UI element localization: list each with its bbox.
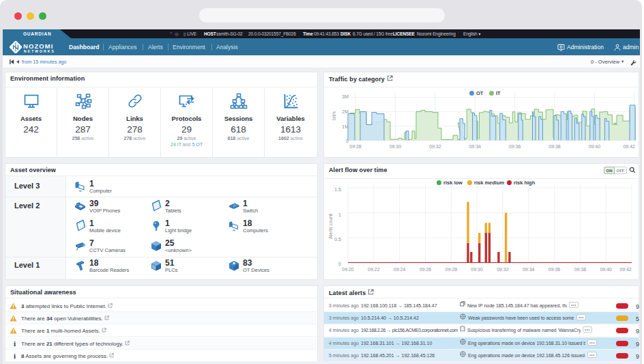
svg-text:09:38: 09:38 [574, 267, 587, 272]
svg-text:09:40: 09:40 [600, 267, 612, 272]
svg-text:09:22: 09:22 [368, 267, 380, 272]
svg-text:09:32: 09:32 [429, 144, 441, 149]
svg-text:09:42: 09:42 [619, 267, 632, 272]
svg-text:09:24: 09:24 [394, 267, 406, 272]
svg-text:09:30: 09:30 [390, 144, 402, 149]
svg-text:09:30: 09:30 [471, 267, 483, 272]
svg-text:09:38: 09:38 [548, 144, 561, 149]
svg-text:09:26: 09:26 [420, 267, 432, 272]
svg-text:09:36: 09:36 [509, 144, 521, 149]
svg-text:09:28: 09:28 [349, 144, 362, 149]
svg-text:09:36: 09:36 [548, 267, 561, 272]
svg-text:09:40: 09:40 [589, 144, 601, 149]
svg-text:09:42: 09:42 [623, 144, 635, 149]
svg-text:09:34: 09:34 [523, 267, 535, 272]
svg-text:09:28: 09:28 [445, 267, 458, 272]
svg-text:09:20: 09:20 [342, 267, 354, 272]
svg-text:09:34: 09:34 [469, 144, 481, 149]
svg-text:09:32: 09:32 [497, 267, 509, 272]
